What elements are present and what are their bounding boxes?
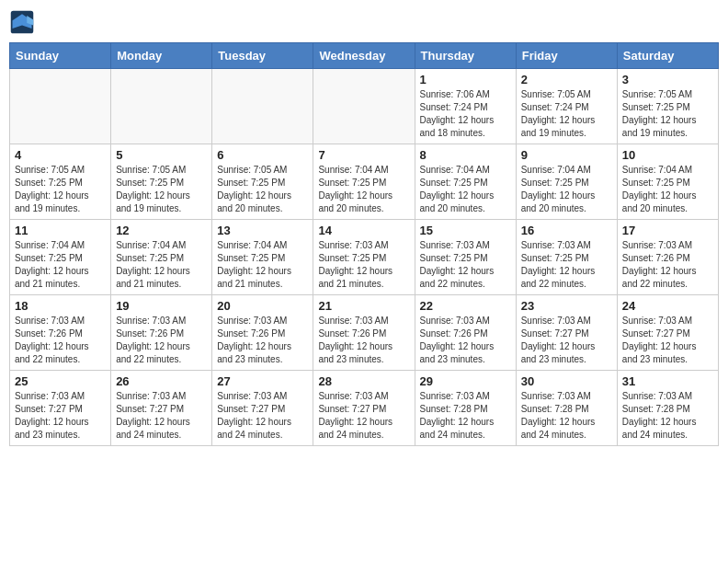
cell-info: Sunrise: 7:03 AM Sunset: 7:27 PM Dayligh… [622, 315, 713, 366]
day-number: 3 [622, 73, 713, 86]
calendar-cell: 30Sunrise: 7:03 AM Sunset: 7:28 PM Dayli… [516, 371, 617, 446]
cell-info: Sunrise: 7:04 AM Sunset: 7:25 PM Dayligh… [521, 164, 612, 215]
calendar-cell [111, 69, 212, 144]
calendar-cell: 11Sunrise: 7:04 AM Sunset: 7:25 PM Dayli… [10, 220, 111, 295]
day-number: 25 [15, 374, 106, 388]
calendar-cell: 27Sunrise: 7:03 AM Sunset: 7:27 PM Dayli… [212, 371, 313, 446]
cell-info: Sunrise: 7:03 AM Sunset: 7:25 PM Dayligh… [318, 239, 409, 291]
calendar-cell: 20Sunrise: 7:03 AM Sunset: 7:26 PM Dayli… [212, 295, 313, 371]
day-number: 14 [318, 224, 409, 237]
cell-info: Sunrise: 7:03 AM Sunset: 7:27 PM Dayligh… [116, 390, 207, 442]
day-number: 11 [15, 224, 106, 237]
calendar-cell: 1Sunrise: 7:06 AM Sunset: 7:24 PM Daylig… [415, 69, 516, 144]
cell-info: Sunrise: 7:03 AM Sunset: 7:26 PM Dayligh… [420, 315, 511, 366]
calendar-cell: 13Sunrise: 7:04 AM Sunset: 7:25 PM Dayli… [212, 220, 313, 295]
cell-info: Sunrise: 7:03 AM Sunset: 7:28 PM Dayligh… [622, 390, 713, 442]
calendar-cell: 23Sunrise: 7:03 AM Sunset: 7:27 PM Dayli… [516, 295, 617, 371]
weekday-header: Friday [516, 43, 617, 69]
day-number: 20 [217, 299, 308, 313]
weekday-header: Wednesday [313, 43, 415, 69]
calendar-cell: 10Sunrise: 7:04 AM Sunset: 7:25 PM Dayli… [617, 144, 718, 220]
day-number: 4 [15, 148, 106, 162]
calendar-cell [313, 69, 415, 144]
cell-info: Sunrise: 7:03 AM Sunset: 7:27 PM Dayligh… [217, 390, 308, 442]
cell-info: Sunrise: 7:05 AM Sunset: 7:25 PM Dayligh… [622, 88, 713, 140]
weekday-header: Tuesday [212, 43, 313, 69]
calendar-cell: 6Sunrise: 7:05 AM Sunset: 7:25 PM Daylig… [212, 144, 313, 220]
calendar-cell [10, 69, 111, 144]
calendar-cell: 8Sunrise: 7:04 AM Sunset: 7:25 PM Daylig… [415, 144, 516, 220]
cell-info: Sunrise: 7:04 AM Sunset: 7:25 PM Dayligh… [116, 239, 207, 291]
cell-info: Sunrise: 7:05 AM Sunset: 7:25 PM Dayligh… [15, 164, 106, 215]
cell-info: Sunrise: 7:03 AM Sunset: 7:26 PM Dayligh… [15, 315, 106, 366]
weekday-row: SundayMondayTuesdayWednesdayThursdayFrid… [10, 43, 719, 69]
cell-info: Sunrise: 7:03 AM Sunset: 7:25 PM Dayligh… [521, 239, 612, 291]
cell-info: Sunrise: 7:03 AM Sunset: 7:26 PM Dayligh… [622, 239, 713, 291]
day-number: 23 [521, 299, 612, 313]
cell-info: Sunrise: 7:03 AM Sunset: 7:28 PM Dayligh… [420, 390, 511, 442]
calendar-cell: 14Sunrise: 7:03 AM Sunset: 7:25 PM Dayli… [313, 220, 415, 295]
day-number: 16 [521, 224, 612, 237]
cell-info: Sunrise: 7:03 AM Sunset: 7:28 PM Dayligh… [521, 390, 612, 442]
calendar-cell: 25Sunrise: 7:03 AM Sunset: 7:27 PM Dayli… [10, 371, 111, 446]
calendar-cell: 19Sunrise: 7:03 AM Sunset: 7:26 PM Dayli… [111, 295, 212, 371]
weekday-header: Thursday [415, 43, 516, 69]
day-number: 12 [116, 224, 207, 237]
day-number: 7 [318, 148, 409, 162]
calendar-cell: 5Sunrise: 7:05 AM Sunset: 7:25 PM Daylig… [111, 144, 212, 220]
cell-info: Sunrise: 7:03 AM Sunset: 7:26 PM Dayligh… [318, 315, 409, 366]
calendar-body: 1Sunrise: 7:06 AM Sunset: 7:24 PM Daylig… [10, 69, 719, 446]
day-number: 13 [217, 224, 308, 237]
calendar-week-row: 4Sunrise: 7:05 AM Sunset: 7:25 PM Daylig… [10, 144, 719, 220]
day-number: 5 [116, 148, 207, 162]
cell-info: Sunrise: 7:06 AM Sunset: 7:24 PM Dayligh… [420, 88, 511, 140]
calendar-cell: 2Sunrise: 7:05 AM Sunset: 7:24 PM Daylig… [516, 69, 617, 144]
weekday-header: Saturday [617, 43, 718, 69]
day-number: 2 [521, 73, 612, 86]
calendar-cell: 7Sunrise: 7:04 AM Sunset: 7:25 PM Daylig… [313, 144, 415, 220]
cell-info: Sunrise: 7:04 AM Sunset: 7:25 PM Dayligh… [15, 239, 106, 291]
calendar-cell: 31Sunrise: 7:03 AM Sunset: 7:28 PM Dayli… [617, 371, 718, 446]
logo-icon [9, 9, 35, 35]
calendar-cell: 3Sunrise: 7:05 AM Sunset: 7:25 PM Daylig… [617, 69, 718, 144]
calendar-cell [212, 69, 313, 144]
cell-info: Sunrise: 7:03 AM Sunset: 7:26 PM Dayligh… [217, 315, 308, 366]
calendar-cell: 9Sunrise: 7:04 AM Sunset: 7:25 PM Daylig… [516, 144, 617, 220]
day-number: 24 [622, 299, 713, 313]
day-number: 29 [420, 374, 511, 388]
calendar-week-row: 18Sunrise: 7:03 AM Sunset: 7:26 PM Dayli… [10, 295, 719, 371]
day-number: 9 [521, 148, 612, 162]
calendar-cell: 21Sunrise: 7:03 AM Sunset: 7:26 PM Dayli… [313, 295, 415, 371]
cell-info: Sunrise: 7:04 AM Sunset: 7:25 PM Dayligh… [420, 164, 511, 215]
cell-info: Sunrise: 7:04 AM Sunset: 7:25 PM Dayligh… [318, 164, 409, 215]
cell-info: Sunrise: 7:04 AM Sunset: 7:25 PM Dayligh… [217, 239, 308, 291]
day-number: 6 [217, 148, 308, 162]
calendar-cell: 18Sunrise: 7:03 AM Sunset: 7:26 PM Dayli… [10, 295, 111, 371]
header [9, 9, 719, 35]
day-number: 30 [521, 374, 612, 388]
logo [9, 9, 39, 35]
calendar-cell: 29Sunrise: 7:03 AM Sunset: 7:28 PM Dayli… [415, 371, 516, 446]
calendar-header: SundayMondayTuesdayWednesdayThursdayFrid… [10, 43, 719, 69]
day-number: 27 [217, 374, 308, 388]
cell-info: Sunrise: 7:03 AM Sunset: 7:26 PM Dayligh… [116, 315, 207, 366]
cell-info: Sunrise: 7:05 AM Sunset: 7:25 PM Dayligh… [217, 164, 308, 215]
calendar-table: SundayMondayTuesdayWednesdayThursdayFrid… [9, 42, 719, 446]
day-number: 31 [622, 374, 713, 388]
cell-info: Sunrise: 7:03 AM Sunset: 7:25 PM Dayligh… [420, 239, 511, 291]
calendar-week-row: 1Sunrise: 7:06 AM Sunset: 7:24 PM Daylig… [10, 69, 719, 144]
calendar-cell: 16Sunrise: 7:03 AM Sunset: 7:25 PM Dayli… [516, 220, 617, 295]
calendar-week-row: 25Sunrise: 7:03 AM Sunset: 7:27 PM Dayli… [10, 371, 719, 446]
calendar-cell: 15Sunrise: 7:03 AM Sunset: 7:25 PM Dayli… [415, 220, 516, 295]
day-number: 21 [318, 299, 409, 313]
weekday-header: Sunday [10, 43, 111, 69]
cell-info: Sunrise: 7:03 AM Sunset: 7:27 PM Dayligh… [521, 315, 612, 366]
day-number: 10 [622, 148, 713, 162]
weekday-header: Monday [111, 43, 212, 69]
cell-info: Sunrise: 7:03 AM Sunset: 7:27 PM Dayligh… [318, 390, 409, 442]
cell-info: Sunrise: 7:05 AM Sunset: 7:25 PM Dayligh… [116, 164, 207, 215]
calendar-cell: 24Sunrise: 7:03 AM Sunset: 7:27 PM Dayli… [617, 295, 718, 371]
day-number: 15 [420, 224, 511, 237]
cell-info: Sunrise: 7:03 AM Sunset: 7:27 PM Dayligh… [15, 390, 106, 442]
calendar-cell: 4Sunrise: 7:05 AM Sunset: 7:25 PM Daylig… [10, 144, 111, 220]
